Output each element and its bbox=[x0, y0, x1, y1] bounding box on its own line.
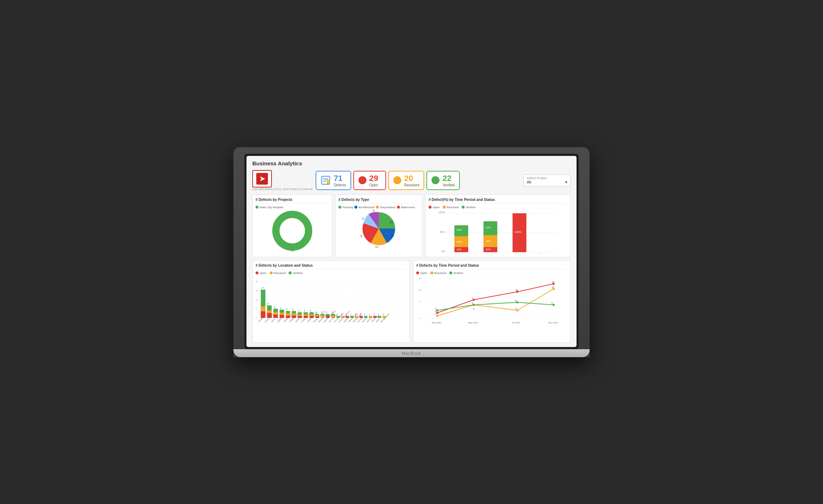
svg-text:10: 10 bbox=[419, 289, 422, 291]
svg-text:Stairs: Stairs bbox=[376, 318, 380, 323]
svg-text:6: 6 bbox=[362, 217, 364, 220]
select-project-value: All bbox=[527, 180, 531, 184]
chart-title-time: # Defects by Time Period and Status bbox=[416, 263, 567, 269]
label-open-loc: Open bbox=[260, 271, 267, 275]
svg-text:32%: 32% bbox=[486, 248, 491, 251]
svg-text:100%: 100% bbox=[515, 231, 521, 233]
label-open-pct: Open bbox=[433, 206, 440, 209]
svg-text:4: 4 bbox=[292, 308, 293, 310]
dot-flooring bbox=[338, 206, 341, 209]
label-resolved-pct: Resolved bbox=[447, 206, 459, 209]
svg-text:100%: 100% bbox=[438, 211, 445, 214]
chevron-down-icon: ▾ bbox=[565, 180, 567, 185]
svg-text:1: 1 bbox=[355, 313, 356, 315]
svg-text:Qtr 3: Qtr 3 bbox=[515, 253, 521, 254]
kpi-open-label: Open bbox=[369, 183, 378, 187]
screen-content: Business Analytics ➤ Last Refreshed (UTC… bbox=[246, 156, 577, 347]
header-row: ➤ Last Refreshed (UTC): 10/27/2020 6:12:… bbox=[252, 170, 571, 191]
svg-text:3: 3 bbox=[298, 309, 299, 311]
line-chart-svg: 15 10 5 0 bbox=[416, 276, 567, 338]
svg-rect-82 bbox=[298, 316, 302, 318]
label-verified-time: Verified bbox=[453, 271, 463, 275]
legend-label-hospital: Asite City Hospital bbox=[260, 206, 283, 209]
svg-text:6: 6 bbox=[274, 306, 275, 308]
page-title: Business Analytics bbox=[252, 160, 571, 166]
svg-rect-52 bbox=[261, 311, 265, 318]
legend-verified-time: Verified bbox=[449, 271, 463, 275]
kpi-total-number: 71 bbox=[334, 174, 346, 183]
svg-text:5: 5 bbox=[472, 302, 473, 304]
chart-defects-by-projects: # Defects by Projects Asite City Hospita… bbox=[252, 194, 332, 257]
logo-section: ➤ Last Refreshed (UTC): 10/27/2020 6:12:… bbox=[252, 170, 313, 191]
legend-open-pct: Open bbox=[429, 206, 440, 209]
refresh-text: Last Refreshed (UTC): 10/27/2020 6:12:48… bbox=[252, 188, 313, 191]
svg-text:1: 1 bbox=[364, 313, 365, 315]
chart-title-pct-time: # Defect(%) by Time Period and Status bbox=[429, 198, 567, 203]
legend-resolved-time: Resolved bbox=[430, 271, 446, 275]
svg-text:Qtr 1: Qtr 1 bbox=[457, 253, 463, 254]
legend-verified-loc: Verified bbox=[289, 271, 302, 275]
legend-open-time: Open bbox=[416, 271, 427, 275]
svg-text:11: 11 bbox=[375, 245, 378, 249]
kpi-resolved: 20 Resolved bbox=[388, 171, 425, 190]
svg-text:1: 1 bbox=[350, 313, 352, 315]
svg-text:1: 1 bbox=[346, 313, 347, 315]
svg-point-8 bbox=[284, 223, 300, 239]
svg-text:2: 2 bbox=[321, 311, 322, 313]
select-project-box[interactable]: All ▾ bbox=[527, 180, 567, 185]
chart-defects-pct-time: # Defect(%) by Time Period and Status Op… bbox=[425, 194, 571, 257]
chart-title-projects: # Defects by Projects bbox=[256, 198, 329, 203]
donut-chart-area: 71 bbox=[256, 209, 329, 253]
svg-text:3: 3 bbox=[435, 307, 437, 310]
donut-svg bbox=[270, 209, 314, 253]
kpi-total: 71 Defects bbox=[316, 171, 351, 190]
kpi-open-text: 29 Open bbox=[369, 174, 378, 187]
svg-text:1: 1 bbox=[360, 313, 361, 315]
svg-text:15: 15 bbox=[419, 277, 422, 279]
svg-text:10: 10 bbox=[256, 298, 258, 301]
kpi-resolved-label: Resolved bbox=[404, 183, 419, 187]
svg-text:17: 17 bbox=[261, 287, 264, 289]
location-legend: Open Resolved Verified bbox=[256, 271, 407, 275]
kpi-open-number: 29 bbox=[369, 174, 378, 183]
select-project[interactable]: Select Project All ▾ bbox=[523, 174, 571, 186]
dot-open-loc bbox=[256, 271, 258, 274]
svg-text:3: 3 bbox=[304, 309, 305, 311]
label-flooring: Flooring bbox=[342, 206, 353, 209]
svg-text:1: 1 bbox=[374, 313, 375, 315]
laptop-frame: Business Analytics ➤ Last Refreshed (UTC… bbox=[233, 147, 590, 357]
svg-text:4: 4 bbox=[286, 308, 287, 310]
legend-flooring: Flooring bbox=[338, 206, 353, 209]
kpi-total-text: 71 Defects bbox=[334, 174, 346, 187]
donut-label: 71 bbox=[290, 249, 294, 253]
svg-text:5: 5 bbox=[419, 301, 421, 303]
dot-resolved-time bbox=[430, 271, 433, 274]
dot-open-pct bbox=[429, 206, 431, 209]
svg-text:5: 5 bbox=[551, 302, 553, 304]
svg-point-171 bbox=[516, 301, 518, 303]
svg-text:42%: 42% bbox=[457, 248, 462, 251]
svg-text:0: 0 bbox=[256, 316, 257, 319]
svg-text:50%: 50% bbox=[440, 231, 445, 233]
svg-text:1: 1 bbox=[341, 313, 342, 315]
svg-rect-67 bbox=[280, 315, 284, 318]
dot-verified-pct bbox=[462, 206, 465, 209]
svg-text:1: 1 bbox=[369, 313, 370, 315]
svg-text:Qtr 2: Qtr 2 bbox=[486, 253, 492, 254]
stacked-bar-svg: 100% 50% 0% bbox=[429, 210, 567, 254]
svg-text:37%: 37% bbox=[486, 226, 491, 229]
kpi-verified-text: 22 Verified bbox=[442, 174, 454, 187]
svg-text:3: 3 bbox=[310, 309, 311, 311]
pct-legend: Open Resolved Verified bbox=[429, 206, 567, 209]
dot-resolved-pct bbox=[443, 206, 446, 209]
svg-point-161 bbox=[436, 315, 438, 317]
legend-verified-pct: Verified bbox=[462, 206, 475, 209]
svg-text:7: 7 bbox=[472, 297, 473, 299]
legend-open-loc: Open bbox=[256, 271, 267, 275]
svg-text:1: 1 bbox=[378, 313, 379, 315]
top-charts: # Defects by Projects Asite City Hospita… bbox=[252, 194, 571, 257]
chart-defects-by-time: # Defects by Time Period and Status Open… bbox=[413, 260, 571, 343]
svg-text:2: 2 bbox=[316, 311, 317, 313]
chart-title-location: # Defects by Location and Status bbox=[256, 263, 407, 269]
pie-chart-area: 26 12 11 8 6 6 bbox=[338, 210, 419, 247]
